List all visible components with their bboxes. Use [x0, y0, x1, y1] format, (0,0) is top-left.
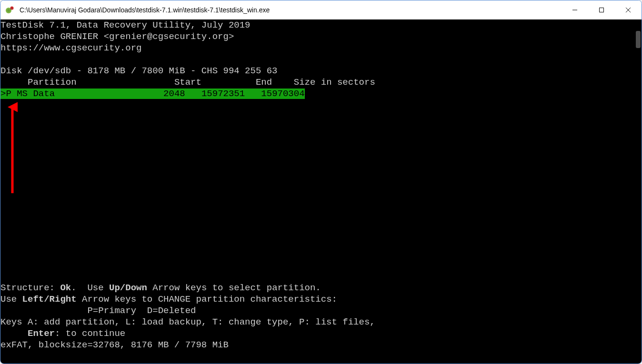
header-line-1: TestDisk 7.1, Data Recovery Utility, Jul… [0, 20, 251, 30]
legend-line: P=Primary D=Deleted [0, 305, 196, 316]
minimize-button[interactable] [562, 0, 588, 19]
enter-line: Enter: to continue [0, 328, 125, 339]
structure-line: Structure: Ok. Use Up/Down Arrow keys to… [0, 283, 321, 293]
app-icon [5, 5, 15, 15]
header-line-3: https://www.cgsecurity.org [0, 43, 141, 53]
table-header: Partition Start End Size in sectors [0, 77, 375, 88]
close-button[interactable] [615, 0, 642, 19]
disk-info-line: Disk /dev/sdb - 8178 MB / 7800 MiB - CHS… [0, 66, 278, 76]
titlebar: C:\Users\Manuviraj Godara\Downloads\test… [0, 0, 642, 20]
maximize-button[interactable] [588, 0, 615, 19]
console-output: TestDisk 7.1, Data Recovery Utility, Jul… [0, 20, 642, 364]
window-controls [562, 0, 642, 19]
keys-line: Keys A: add partition, L: load backup, T… [0, 317, 375, 327]
fs-line: exFAT, blocksize=32768, 8176 MB / 7798 M… [0, 340, 229, 350]
window-title: C:\Users\Manuviraj Godara\Downloads\test… [20, 6, 562, 14]
svg-rect-4 [600, 8, 604, 12]
header-line-2: Christophe GRENIER <grenier@cgsecurity.o… [0, 31, 234, 42]
svg-point-1 [7, 9, 10, 12]
app-window: C:\Users\Manuviraj Godara\Downloads\test… [0, 0, 642, 364]
scrollbar-thumb[interactable] [636, 31, 641, 48]
console-area[interactable]: TestDisk 7.1, Data Recovery Utility, Jul… [0, 20, 642, 364]
vertical-scrollbar[interactable] [634, 20, 642, 364]
partition-row-selected[interactable]: >P MS Data 2048 15972351 15970304 [0, 89, 305, 99]
leftright-line: Use Left/Right Arrow keys to CHANGE part… [0, 294, 337, 305]
